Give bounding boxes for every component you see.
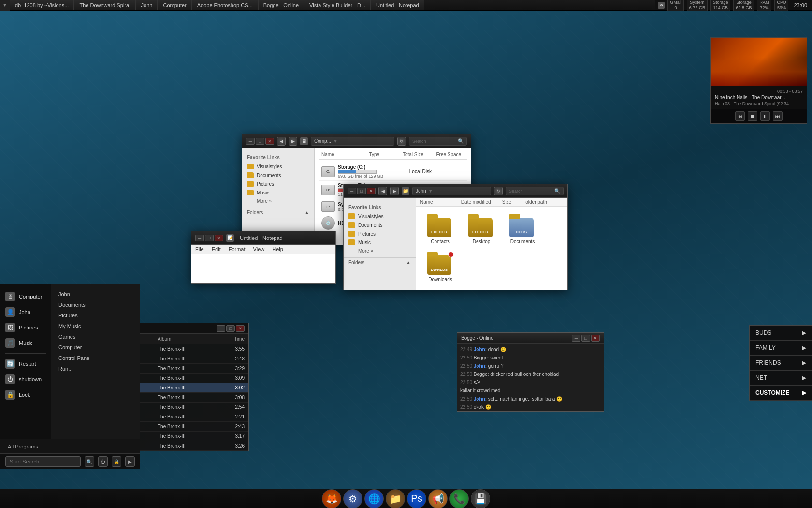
john-refresh-button[interactable]: ↻ — [494, 187, 503, 195]
taskbar-item[interactable]: Bogge - Online — [258, 0, 304, 10]
start-right-mymusic[interactable]: My Music — [51, 321, 140, 331]
media-pause-button[interactable]: ⏸ — [760, 111, 770, 121]
col-name: Name — [319, 152, 366, 157]
start-item-john[interactable]: 👤 John — [0, 304, 51, 320]
john-minimize-button[interactable]: ─ — [348, 188, 356, 194]
sidebar-visualstyles[interactable]: Visualstyles — [242, 162, 314, 171]
start-right-documents[interactable]: Documents — [51, 299, 140, 310]
right-menu-buds[interactable]: BUDS ▶ — [750, 326, 812, 341]
dock-audio-icon[interactable]: 📢 — [428, 489, 448, 508]
john-sidebar-visualstyles[interactable]: Visualstyles — [344, 212, 416, 221]
refresh-button[interactable]: ↻ — [397, 137, 406, 146]
notepad-view-menu[interactable]: View — [249, 245, 269, 254]
folder-desktop[interactable]: FOLDER Desktop — [464, 214, 498, 244]
notepad-file-menu[interactable]: File — [191, 245, 208, 254]
right-menu-friends[interactable]: FRIENDS ▶ — [750, 356, 812, 371]
notepad-maximize[interactable]: □ — [205, 235, 214, 241]
john-back-button[interactable]: ◀ — [378, 187, 387, 195]
dock-folder-icon[interactable]: 📁 — [386, 489, 405, 508]
john-forward-button[interactable]: ▶ — [390, 187, 399, 195]
chat-close[interactable]: ✕ — [591, 335, 600, 342]
start-search-input[interactable] — [5, 456, 81, 467]
right-menu-net[interactable]: NET ▶ — [750, 371, 812, 386]
john-sidebar-pictures[interactable]: Pictures — [344, 229, 416, 238]
folder-downloads[interactable]: DWNLDS Downloads — [423, 252, 457, 282]
notepad-help-menu[interactable]: Help — [268, 245, 287, 254]
notepad-edit-menu[interactable]: Edit — [208, 245, 225, 254]
sidebar-music[interactable]: Music — [242, 188, 314, 197]
john-sidebar-more[interactable]: More » — [344, 247, 416, 255]
computer-search-bar[interactable]: Search 🔍 — [409, 137, 467, 146]
start-lock-button[interactable]: 🔒 — [112, 456, 121, 467]
drive-row-c[interactable]: C: Storage (C:) 69.8 GB free of 129 GB L… — [319, 163, 467, 181]
right-menu-family[interactable]: FAMILY ▶ — [750, 341, 812, 356]
start-item-pictures[interactable]: 🖼 Pictures — [0, 320, 51, 335]
john-sidebar-music[interactable]: Music — [344, 238, 416, 247]
taskbar-item[interactable]: Untitled - Notepad — [371, 0, 424, 10]
music-close[interactable]: ✕ — [236, 325, 245, 332]
chat-minimize[interactable]: ─ — [572, 335, 580, 342]
start-right-games[interactable]: Games — [51, 331, 140, 342]
start-right-run[interactable]: Run... — [51, 363, 140, 374]
media-prev-button[interactable]: ⏮ — [735, 111, 745, 121]
start-arrow-button[interactable]: ▶ — [125, 456, 135, 467]
start-search-button[interactable]: 🔍 — [85, 456, 94, 467]
dock-drive-icon[interactable]: 💾 — [471, 489, 490, 508]
john-folders-header[interactable]: Folders ▲ — [344, 257, 416, 267]
music-maximize[interactable]: □ — [226, 325, 235, 332]
track-album: The Bronx-III — [154, 355, 227, 362]
start-item-music[interactable]: 🎵 Music — [0, 335, 51, 351]
start-item-restart[interactable]: 🔄 Restart — [0, 356, 51, 372]
taskbar-item[interactable]: John — [136, 0, 158, 10]
dock-photoshop-icon[interactable]: Ps — [407, 489, 426, 508]
start-button[interactable]: ▼ — [0, 0, 10, 11]
folder-documents[interactable]: DOCS Documents — [506, 214, 539, 244]
dock-settings-icon[interactable]: ⚙ — [343, 489, 362, 508]
music-minimize[interactable]: ─ — [217, 325, 225, 332]
start-right-john[interactable]: John — [51, 289, 140, 299]
john-close-button[interactable]: ✕ — [367, 188, 376, 194]
media-next-button[interactable]: ⏭ — [773, 111, 783, 121]
folders-header[interactable]: Folders ▲ — [242, 208, 314, 217]
john-search-bar[interactable]: Search 🔍 — [506, 187, 564, 195]
taskbar-item[interactable]: The Downward Spiral — [74, 0, 135, 10]
start-power-button[interactable]: ⏻ — [98, 456, 108, 467]
folder-icon — [247, 190, 254, 195]
sidebar-documents[interactable]: Documents — [242, 171, 314, 179]
notepad-close[interactable]: ✕ — [215, 235, 223, 241]
close-button[interactable]: ✕ — [265, 138, 274, 145]
start-item-computer[interactable]: 🖥 Computer — [0, 289, 51, 304]
start-item-lock[interactable]: 🔒 Lock — [0, 387, 51, 403]
dock-phone-icon[interactable]: 📞 — [450, 489, 469, 508]
maximize-button[interactable]: □ — [256, 138, 264, 145]
taskbar-item[interactable]: Vista Style Builder - D... — [304, 0, 371, 10]
chat-maximize[interactable]: □ — [581, 335, 590, 342]
john-address-bar[interactable]: John ▼ — [412, 187, 491, 195]
taskbar-item[interactable]: db_1208 by ~Visions... — [10, 0, 74, 10]
track-album: The Bronx-III — [154, 442, 227, 449]
taskbar-item[interactable]: Adobe Photoshop CS... — [192, 0, 258, 10]
computer-address-bar[interactable]: Comp... ▼ — [311, 137, 394, 146]
back-button[interactable]: ◀ — [277, 137, 286, 146]
folder-icon — [348, 239, 355, 245]
john-maximize-button[interactable]: □ — [357, 188, 366, 194]
taskbar-item[interactable]: Computer — [158, 0, 191, 10]
minimize-button[interactable]: ─ — [246, 138, 255, 145]
start-right-pictures[interactable]: Pictures — [51, 310, 140, 321]
sidebar-pictures[interactable]: Pictures — [242, 179, 314, 188]
notepad-body[interactable] — [191, 254, 335, 283]
sidebar-more[interactable]: More » — [242, 197, 314, 205]
forward-button[interactable]: ▶ — [289, 137, 297, 146]
notepad-format-menu[interactable]: Format — [225, 245, 249, 254]
folder-contacts[interactable]: FOLDER Contacts — [423, 214, 457, 244]
dock-browser-icon[interactable]: 🌐 — [364, 489, 384, 508]
dock-firefox-icon[interactable]: 🦊 — [322, 489, 341, 508]
start-item-shutdown[interactable]: ⏻ shutdown — [0, 372, 51, 387]
start-right-computer[interactable]: Computer — [51, 342, 140, 353]
john-sidebar-documents[interactable]: Documents — [344, 221, 416, 229]
notepad-minimize[interactable]: ─ — [195, 235, 204, 241]
right-menu-customize[interactable]: CUSTOMIZE ▶ — [750, 386, 812, 401]
all-programs-button[interactable]: All Programs — [0, 439, 140, 453]
start-right-controlpanel[interactable]: Control Panel — [51, 353, 140, 363]
media-stop-button[interactable]: ⏹ — [748, 111, 757, 121]
